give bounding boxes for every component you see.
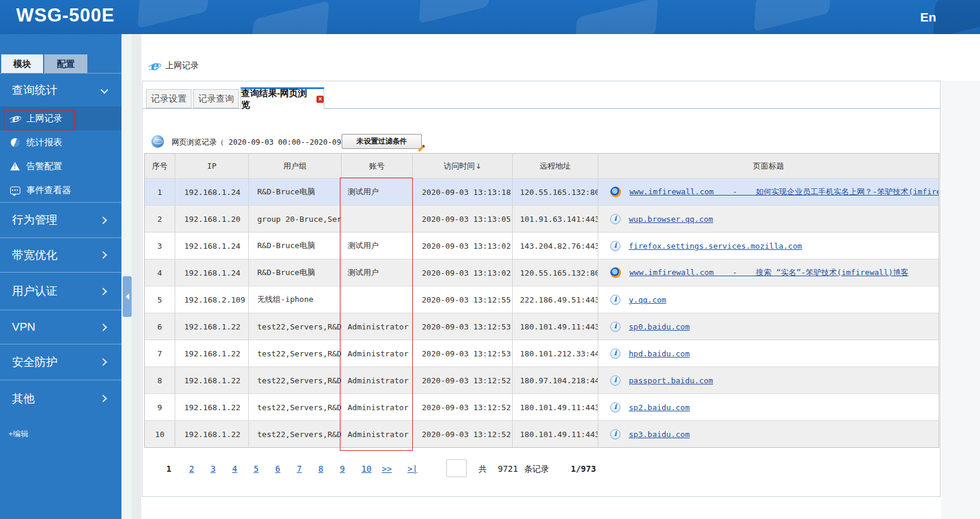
sidebar-submenu: e 上网记录 统计报表 告警配置 事件查看器: [0, 106, 121, 202]
filter-button[interactable]: 未设置过滤条件: [342, 134, 422, 149]
cell-ip: 192.168.1.22: [175, 367, 249, 393]
site-icon: [610, 267, 621, 278]
col-header-remote[interactable]: 远程地址: [513, 154, 598, 178]
ie-icon: e: [8, 113, 22, 124]
sidebar-tab-config[interactable]: 配置: [44, 54, 87, 73]
sidebar-collapse-handle[interactable]: [123, 276, 132, 317]
sort-desc-icon: ↓: [475, 162, 481, 170]
table-row[interactable]: 3 192.168.1.24 R&D-Bruce电脑 测试用户 2020-09-…: [145, 232, 939, 259]
page-link-3[interactable]: 3: [211, 464, 215, 474]
page-jump-input[interactable]: [446, 459, 467, 477]
page-link-4[interactable]: 4: [232, 464, 237, 474]
filter-button-label: 未设置过滤条件: [357, 136, 407, 146]
sidebar-item-alert-config[interactable]: 告警配置: [0, 154, 121, 178]
app-root: WSG-500E En 模块 配置 查询统计 e 上网记录 统计报表 告警配置: [0, 0, 980, 519]
page-title-link[interactable]: sp3.baidu.com: [629, 430, 690, 439]
page-title-link[interactable]: www.imfirewall.com - 搜索 “实名”-笨驴技术(imfire…: [629, 267, 909, 278]
sidebar-group-other[interactable]: 其他: [0, 380, 121, 417]
sidebar-item-label: 统计报表: [26, 137, 62, 148]
table-row[interactable]: 9 192.168.1.22 test22,Servers,R&D… Admin…: [145, 393, 939, 420]
table-row[interactable]: 8 192.168.1.22 test22,Servers,R&D… Admin…: [145, 367, 939, 393]
cell-group: 无线组-iphone: [249, 286, 342, 313]
table-row[interactable]: 2 192.168.1.20 group 20-Bruce,Ser… 2020-…: [145, 205, 939, 232]
page-link-5[interactable]: 5: [254, 464, 258, 474]
page-title-link[interactable]: hpd.baidu.com: [629, 349, 690, 358]
page-link-7[interactable]: 7: [297, 464, 302, 474]
cell-title: www.imfirewall.com - 搜索 “实名”-笨驴技术(imfire…: [598, 260, 939, 286]
sidebar-group-security[interactable]: 安全防护: [0, 344, 121, 380]
site-icon: [610, 214, 620, 224]
page-link-2[interactable]: 2: [189, 464, 194, 474]
page-link-9[interactable]: 9: [340, 464, 345, 474]
sidebar-group-query-stats[interactable]: 查询统计: [0, 73, 121, 106]
page-title-link[interactable]: y.qq.com: [629, 295, 666, 304]
tab-record-settings[interactable]: 记录设置: [146, 89, 191, 108]
table-body: 1 192.168.1.24 R&D-Bruce电脑 测试用户 2020-09-…: [145, 178, 939, 447]
page-title-link[interactable]: sp2.baidu.com: [629, 403, 690, 412]
page-link-6[interactable]: 6: [275, 464, 280, 474]
keyboard-decoration: [574, 0, 658, 34]
col-header-account[interactable]: 账号: [342, 154, 413, 178]
sidebar-item-event-viewer[interactable]: 事件查看器: [0, 178, 121, 202]
sidebar-group-user-auth[interactable]: 用户认证: [0, 272, 121, 310]
cell-group: test22,Servers,R&D…: [249, 340, 342, 367]
col-header-ip[interactable]: IP: [175, 154, 249, 178]
page-title-link[interactable]: www.imfirewall.com - 如何实现企业员工手机实名上网？-笨驴技…: [629, 187, 939, 197]
col-header-group[interactable]: 用户组: [249, 154, 342, 178]
sidebar-item-label: 事件查看器: [26, 185, 71, 196]
col-header-no[interactable]: 序号: [145, 154, 175, 178]
page-title-link[interactable]: wup.browser.qq.com: [629, 215, 713, 224]
product-title: WSG-500E: [16, 5, 115, 26]
sidebar-group-bandwidth[interactable]: 带宽优化: [0, 237, 121, 272]
cell-ip: 192.168.2.109: [175, 286, 249, 313]
page-link-10[interactable]: 10: [361, 464, 372, 474]
chevron-right-icon: [99, 251, 107, 259]
table-row[interactable]: 1 192.168.1.24 R&D-Bruce电脑 测试用户 2020-09-…: [145, 178, 939, 205]
table-row[interactable]: 7 192.168.1.22 test22,Servers,R&D… Admin…: [145, 340, 939, 367]
cell-account: Administrator: [342, 394, 413, 420]
cell-remote: 143.204.82.76:443: [513, 233, 598, 259]
page-link-8[interactable]: 8: [318, 464, 323, 474]
cell-no: 6: [145, 313, 175, 340]
cell-account: 测试用户: [342, 260, 413, 286]
chart-icon: [8, 138, 22, 147]
splitter-strip-shadow: [132, 34, 141, 519]
table-row[interactable]: 5 192.168.2.109 无线组-iphone 2020-09-03 13…: [145, 286, 939, 313]
cell-time: 2020-09-03 13:12:55: [413, 286, 513, 313]
language-toggle[interactable]: En: [920, 10, 936, 25]
sidebar-tab-modules[interactable]: 模块: [1, 54, 43, 73]
tab-record-query[interactable]: 记录查询: [193, 89, 239, 108]
page-title-link[interactable]: sp0.baidu.com: [629, 322, 690, 331]
col-header-time-label: 访问时间: [443, 161, 474, 172]
cell-time: 2020-09-03 13:13:18: [413, 179, 513, 205]
cell-ip: 192.168.1.22: [175, 394, 249, 420]
table-row[interactable]: 10 192.168.1.22 test22,Servers,R&D… Admi…: [145, 420, 939, 447]
sidebar-item-stat-reports[interactable]: 统计报表: [0, 130, 121, 154]
close-icon[interactable]: ×: [316, 96, 324, 103]
cell-remote: 120.55.165.132:80: [513, 260, 598, 286]
keyboard-decoration: [933, 0, 980, 34]
sidebar-edit-link[interactable]: +编辑: [8, 429, 29, 439]
page-title-link[interactable]: firefox.settings.services.mozilla.com: [629, 242, 802, 251]
cell-ip: 192.168.1.20: [175, 206, 249, 232]
page-title-link[interactable]: passport.baidu.com: [629, 376, 713, 385]
current-page: 1: [166, 464, 171, 474]
col-header-time[interactable]: 访问时间 ↓: [413, 154, 513, 178]
table-row[interactable]: 4 192.168.1.24 R&D-Bruce电脑 测试用户 2020-09-…: [145, 259, 939, 286]
cell-remote: 180.101.49.11:443: [513, 421, 598, 447]
sidebar-group-label: 行为管理: [12, 212, 57, 228]
cell-remote: 180.101.49.11:443: [513, 313, 598, 340]
table-row[interactable]: 6 192.168.1.22 test22,Servers,R&D… Admin…: [145, 313, 939, 340]
message-icon: [8, 187, 22, 194]
sidebar-item-web-records[interactable]: e 上网记录: [0, 106, 121, 130]
sidebar-group-behavior[interactable]: 行为管理: [0, 202, 121, 237]
col-header-title[interactable]: 页面标题: [598, 154, 939, 178]
cell-remote: 180.97.104.218:443: [513, 367, 598, 393]
cell-account: Administrator: [342, 313, 413, 340]
tab-query-result[interactable]: 查询结果-网页浏览 ×: [241, 87, 324, 109]
cell-no: 5: [145, 286, 175, 313]
sidebar-group-vpn[interactable]: VPN: [0, 310, 121, 344]
last-page-link[interactable]: >|: [407, 464, 418, 474]
cell-time: 2020-09-03 13:13:02: [413, 260, 513, 286]
next-pages-link[interactable]: >>: [382, 464, 392, 474]
